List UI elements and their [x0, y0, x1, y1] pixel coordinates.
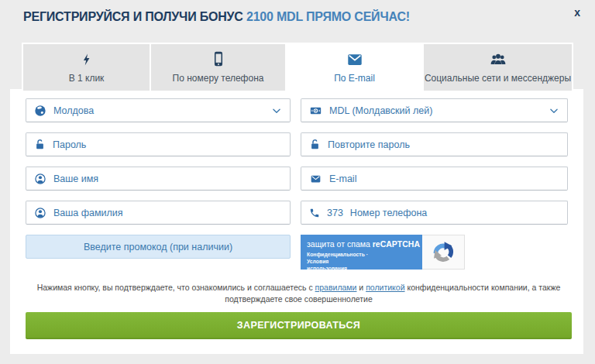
people-icon: [488, 50, 508, 68]
currency-select-value: MDL (Молдавский лей): [329, 105, 542, 116]
last-name-field-wrap: [26, 201, 291, 225]
chevron-down-icon: [549, 105, 559, 116]
tab-label: По номеру телефона: [173, 73, 264, 84]
terms-agreement-text: Нажимая кнопку, вы подтверждаете, что оз…: [26, 282, 572, 304]
person-icon: [34, 207, 46, 219]
agreement-text: Нажимая кнопку, вы подтверждаете, что оз…: [37, 283, 315, 292]
tab-one-click[interactable]: В 1 клик: [23, 44, 150, 91]
recaptcha-logo-icon: [422, 235, 465, 270]
country-select[interactable]: Молдова: [26, 98, 291, 122]
page-background: [0, 354, 595, 364]
tab-phone-number[interactable]: По номеру телефона: [151, 44, 285, 91]
password-input[interactable]: [53, 139, 282, 150]
recaptcha-widget[interactable]: защита от спама reCAPTCHA Конфиденциальн…: [301, 235, 465, 270]
first-name-input[interactable]: [53, 173, 282, 184]
tab-email[interactable]: По E-mail: [287, 44, 422, 91]
register-button[interactable]: ЗАРЕГИСТРИРОВАТЬСЯ: [26, 312, 572, 339]
recaptcha-label-box: защита от спама reCAPTCHA Конфиденциальн…: [301, 235, 422, 270]
repeat-password-input[interactable]: [328, 139, 559, 150]
email-input[interactable]: [329, 173, 559, 184]
phone-icon: [309, 208, 320, 218]
recaptcha-privacy-terms: Конфиденциальность · Условия использован…: [307, 251, 369, 273]
promocode-field-wrap: [26, 235, 291, 259]
envelope-icon: [345, 50, 365, 68]
lock-icon: [309, 139, 321, 150]
rules-link[interactable]: правилами: [315, 283, 357, 292]
promocode-input[interactable]: [34, 242, 282, 252]
agreement-text: и: [356, 283, 366, 292]
lightning-icon: [80, 50, 94, 68]
envelope-icon: [309, 173, 322, 184]
close-icon[interactable]: x: [571, 4, 583, 21]
privacy-policy-link[interactable]: политикой: [366, 283, 404, 292]
bonus-amount: 2100 MDL ПРЯМО СЕЙЧАС!: [246, 10, 410, 23]
person-icon: [34, 173, 46, 185]
smartphone-icon: [210, 50, 227, 68]
tab-label: Социальные сети и мессенджеры: [425, 73, 571, 84]
globe-icon: [34, 105, 46, 117]
tab-label: По E-mail: [334, 73, 375, 84]
country-select-value: Молдова: [53, 105, 264, 116]
phone-country-code: 373: [327, 208, 343, 218]
tab-label: В 1 клик: [69, 73, 105, 84]
registration-tabs: В 1 клик По номеру телефона По E-mail Со…: [22, 43, 573, 91]
banknote-icon: [309, 105, 322, 117]
phone-field-wrap: 373: [301, 201, 568, 225]
last-name-input[interactable]: [53, 208, 282, 218]
email-field-wrap: [301, 167, 568, 191]
page-title: РЕГИСТРИРУЙСЯ И ПОЛУЧИ БОНУС 2100 MDL ПР…: [23, 10, 410, 24]
phone-input[interactable]: [350, 208, 559, 218]
recaptcha-title: защита от спама reCAPTCHA: [307, 239, 416, 249]
first-name-field-wrap: [26, 167, 291, 191]
registration-form: Молдова MDL (Молдавский лей): [26, 98, 568, 259]
currency-select[interactable]: MDL (Молдавский лей): [301, 98, 568, 122]
password-field-wrap: [26, 132, 291, 156]
chevron-down-icon: [271, 105, 282, 116]
lock-icon: [34, 139, 46, 150]
tab-social-networks[interactable]: Социальные сети и мессенджеры: [424, 44, 572, 91]
repeat-password-field-wrap: [301, 132, 568, 156]
page-title-text: РЕГИСТРИРУЙСЯ И ПОЛУЧИ БОНУС: [23, 10, 243, 23]
